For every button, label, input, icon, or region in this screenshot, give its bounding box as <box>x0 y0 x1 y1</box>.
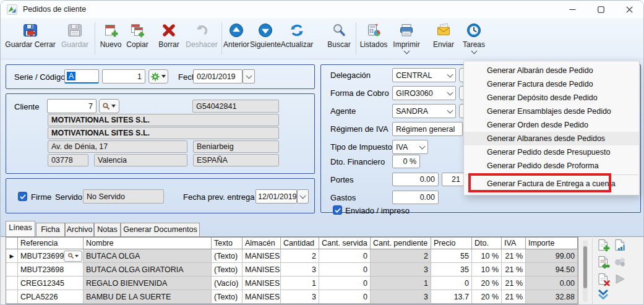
cell-dto[interactable]: 10 % <box>472 249 502 263</box>
regimen-iva-input[interactable]: Régimen general <box>392 122 463 136</box>
cell-precio[interactable]: 35 <box>431 263 472 277</box>
cell-texto[interactable]: (Texto) <box>212 249 243 263</box>
actualizar-button[interactable]: Actualizar <box>278 21 316 57</box>
run-button-disabled[interactable] <box>613 272 627 286</box>
menu-item-generar-deposito[interactable]: Generar Depósito desde Pedido <box>464 91 639 105</box>
cell-cant-pendiente[interactable]: 3 <box>371 290 431 304</box>
maximize-button[interactable] <box>586 1 615 18</box>
row-selector-marker[interactable]: ▶ <box>6 249 18 263</box>
cell-texto[interactable]: (Texto) <box>212 263 243 277</box>
table-scrollbar[interactable] <box>583 240 588 302</box>
cell-nombre[interactable]: BUTACA OLGA GIRATORIA <box>84 263 212 277</box>
menu-item-generar-albaran[interactable]: Generar Albarán desde Pedido <box>464 64 639 77</box>
tab-ficha[interactable]: Ficha <box>36 223 65 236</box>
row-selector[interactable] <box>6 263 18 277</box>
forma-cobro-combo[interactable]: GIRO3060 <box>392 86 456 100</box>
menu-item-generar-orden[interactable]: Generar Orden desde Pedido <box>464 118 639 132</box>
cell-texto[interactable]: (Vacío) <box>212 277 243 290</box>
cell-dto[interactable]: 20 % <box>472 290 502 304</box>
tab-lineas[interactable]: Líneas <box>6 221 35 236</box>
cell-importe[interactable]: 0.00 <box>526 277 578 290</box>
cell-cant-pendiente[interactable]: 1 <box>371 277 431 290</box>
borrar-button[interactable]: Borrar <box>156 21 182 57</box>
cell-referencia[interactable]: MBUT23699 <box>18 249 84 263</box>
copiar-button[interactable]: Copiar <box>123 21 152 57</box>
fecha-dropdown-button[interactable] <box>243 69 255 84</box>
delete-line-button[interactable] <box>596 272 610 286</box>
cell-nombre[interactable]: BAMBU DE LA SUERTE <box>84 290 212 304</box>
listados-button[interactable]: Listados <box>358 21 389 57</box>
cell-precio[interactable]: 13.7 <box>431 290 472 304</box>
tareas-button[interactable]: Tareas <box>461 21 487 57</box>
cell-almacen[interactable]: MANISES <box>243 249 281 263</box>
cell-cant-servida[interactable]: 0 <box>319 263 371 277</box>
dto-financiero-input[interactable]: 0 % <box>392 155 420 168</box>
cell-referencia[interactable]: CREG12345 <box>18 277 84 290</box>
codigo-options-button[interactable] <box>148 69 168 84</box>
menu-item-generar-factura[interactable]: Generar Factura desde Pedido <box>464 77 639 91</box>
cell-cant-servida[interactable]: 0 <box>319 249 371 263</box>
guardar-cerrar-button[interactable]: Guardar Cerrar <box>4 21 56 57</box>
referencia-lookup-button[interactable] <box>64 251 82 262</box>
cell-cant-servida[interactable]: 0 <box>319 277 371 290</box>
fecha-input[interactable]: 02/01/2019 <box>193 69 243 84</box>
portes-input[interactable]: 0.00 <box>392 173 439 186</box>
cliente-codigo-input[interactable]: 7 <box>47 99 97 113</box>
siguiente-button[interactable]: Siguiente <box>248 21 283 57</box>
menu-item-factura-entrega-a-cuenta[interactable]: Generar Factura de Entrega a cuenta <box>464 177 639 191</box>
cell-importe[interactable]: 32.88 <box>526 290 578 304</box>
cell-importe[interactable]: 99.00 <box>526 249 578 263</box>
line-report-button[interactable] <box>613 238 627 252</box>
row-selector[interactable] <box>6 277 18 290</box>
cell-iva[interactable]: 21 % <box>502 290 526 304</box>
delegacion-combo[interactable]: CENTRAL <box>392 68 456 82</box>
nuevo-button[interactable]: Nuevo <box>97 21 124 57</box>
portes-iva-input[interactable]: 21 <box>442 173 464 186</box>
tipo-impuesto-combo[interactable]: IVA <box>392 140 428 154</box>
buscar-button[interactable]: Buscar <box>325 21 353 57</box>
close-button[interactable] <box>615 1 643 18</box>
firme-checkbox[interactable] <box>18 192 27 201</box>
cell-texto[interactable]: (Texto) <box>212 290 243 304</box>
deshacer-button[interactable]: Deshacer <box>184 21 220 57</box>
fecha-prev-entrega-input[interactable]: 12/01/2019 <box>255 189 297 204</box>
cell-iva[interactable]: 21 % <box>502 277 526 290</box>
imprimir-button[interactable]: Imprimir <box>390 21 423 57</box>
menu-item-pedido-desde-presupuesto[interactable]: Generar Pedido desde Presupuesto <box>464 145 639 159</box>
menu-item-generar-ensamblajes[interactable]: Generar Ensamblajes desde Pedido <box>464 105 639 118</box>
cell-cantidad[interactable]: 1 <box>281 277 319 290</box>
cell-cant-pendiente[interactable]: 3 <box>371 263 431 277</box>
components-button-disabled[interactable] <box>613 255 627 268</box>
agente-combo[interactable]: SANDRA <box>392 104 456 118</box>
fecha-prev-dropdown-button[interactable] <box>297 189 309 204</box>
expand-double-chevron-icon[interactable] <box>596 288 610 301</box>
cell-iva[interactable]: 21 % <box>502 249 526 263</box>
cell-cantidad[interactable]: 3 <box>281 263 319 277</box>
tab-archivo[interactable]: Archivo <box>65 223 94 236</box>
serie-input[interactable]: A <box>64 69 99 84</box>
scrollbar-thumb[interactable] <box>583 246 587 288</box>
cell-importe[interactable]: 94.50 <box>526 263 578 277</box>
cell-cantidad[interactable]: 3 <box>281 290 319 304</box>
gastos-input[interactable]: 0.00 <box>392 191 439 204</box>
cell-cant-pendiente[interactable]: 2 <box>371 249 431 263</box>
tab-notas[interactable]: Notas <box>94 223 121 236</box>
cell-cantidad[interactable]: 2 <box>281 249 319 263</box>
minimize-button[interactable] <box>558 1 586 18</box>
cell-dto[interactable]: 20 % <box>472 277 502 290</box>
insert-line-button[interactable] <box>596 255 610 268</box>
add-line-button[interactable] <box>596 238 610 252</box>
codigo-input[interactable]: 1 <box>102 69 145 84</box>
cell-iva[interactable]: 21 % <box>502 263 526 277</box>
enviar-button[interactable]: Enviar <box>430 21 457 57</box>
cell-nombre[interactable]: BUTACA OLGA <box>84 249 212 263</box>
cell-nombre[interactable]: REGALO BIENVENIDA <box>84 277 212 290</box>
cell-cant-servida[interactable]: 0 <box>319 290 371 304</box>
tab-generar-documentos[interactable]: Generar Documentos <box>121 223 200 236</box>
menu-item-generar-albaranes[interactable]: Generar Albaranes desde Pedidos <box>464 132 639 145</box>
cell-referencia[interactable]: MBUT23698 <box>18 263 84 277</box>
cell-precio[interactable]: 0 <box>431 277 472 290</box>
cell-dto[interactable]: 10 % <box>472 263 502 277</box>
guardar-button[interactable]: Guardar <box>58 21 92 57</box>
row-selector[interactable] <box>6 290 18 304</box>
